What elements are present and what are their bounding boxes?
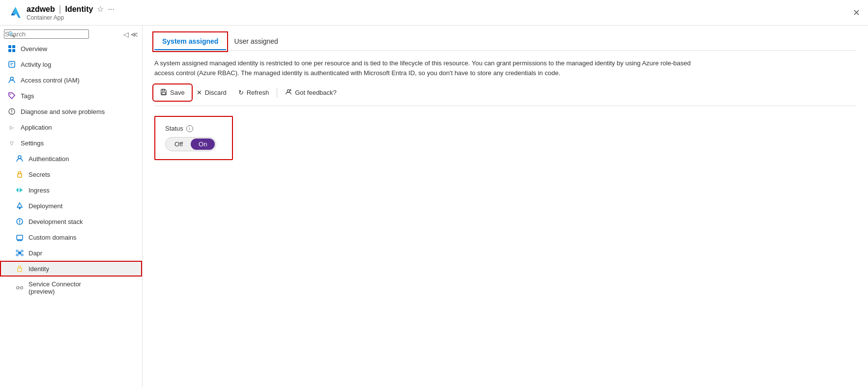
search-input[interactable] <box>4 29 89 39</box>
svg-rect-15 <box>18 174 22 177</box>
sidebar-item-diagnose[interactable]: Diagnose and solve problems <box>0 104 142 119</box>
save-icon <box>160 88 167 97</box>
overview-icon <box>8 45 16 53</box>
custom-domains-label: Custom domains <box>29 234 77 241</box>
access-control-icon <box>8 76 16 84</box>
ingress-label: Ingress <box>29 187 50 194</box>
svg-point-27 <box>16 254 18 256</box>
svg-rect-3 <box>12 45 15 48</box>
title-group: azdweb | Identity ☆ ··· Container App <box>27 4 115 21</box>
collapse-sidebar-icon[interactable]: ≪ <box>131 30 138 38</box>
svg-point-25 <box>16 250 18 252</box>
sidebar-item-dapr[interactable]: Dapr <box>0 245 142 261</box>
deployment-icon <box>16 202 24 210</box>
top-bar: azdweb | Identity ☆ ··· Container App ✕ <box>0 0 868 26</box>
sidebar-item-custom-domains[interactable]: Custom domains <box>0 229 142 245</box>
save-label: Save <box>170 89 185 96</box>
sidebar-item-activity-log[interactable]: Activity log <box>0 56 142 72</box>
authentication-label: Authentication <box>29 155 69 163</box>
custom-domains-icon <box>16 233 24 241</box>
favorite-icon[interactable]: ☆ <box>97 4 104 14</box>
svg-point-9 <box>10 77 13 80</box>
sidebar-item-service-connector[interactable]: Service Connector(preview) <box>0 276 142 299</box>
sidebar-item-application[interactable]: ▷ Application <box>0 119 142 135</box>
ingress-icon <box>16 186 24 194</box>
sidebar-item-ingress[interactable]: Ingress <box>0 182 142 198</box>
svg-point-30 <box>17 287 19 289</box>
discard-button[interactable]: ✕ Discard <box>191 86 232 99</box>
svg-rect-5 <box>12 49 15 52</box>
sidebar-item-access-control[interactable]: Access control (IAM) <box>0 72 142 88</box>
settings-label: Settings <box>21 139 44 147</box>
svg-rect-33 <box>162 89 164 91</box>
close-icon[interactable]: ✕ <box>853 7 860 18</box>
sidebar-item-identity[interactable]: Identity <box>0 261 142 276</box>
content-area: System assigned User assigned A system a… <box>143 26 868 387</box>
refresh-icon: ↻ <box>238 89 244 96</box>
deployment-label: Deployment <box>29 202 62 210</box>
svg-point-24 <box>18 251 21 254</box>
sidebar-item-settings[interactable]: ▽ Settings <box>0 135 142 151</box>
status-info-icon[interactable]: i <box>186 125 193 132</box>
toolbar: Save ✕ Discard ↻ Refresh Got feedback? <box>154 85 856 106</box>
status-toggle[interactable]: Off On <box>165 137 216 151</box>
svg-marker-1 <box>13 7 21 18</box>
more-options-icon[interactable]: ··· <box>108 5 114 14</box>
secrets-icon <box>16 170 24 178</box>
svg-rect-29 <box>18 268 22 272</box>
toggle-on-option[interactable]: On <box>191 138 215 150</box>
title-separator: | <box>59 4 61 14</box>
diagnose-label: Diagnose and solve problems <box>21 108 105 115</box>
description-text: A system assigned managed identity is re… <box>154 58 695 78</box>
dev-stack-label: Development stack <box>29 218 83 225</box>
activity-log-label: Activity log <box>21 61 51 68</box>
sidebar-item-deployment[interactable]: Deployment <box>0 198 142 214</box>
diagnose-icon <box>8 108 16 115</box>
identity-icon <box>16 265 24 273</box>
secrets-label: Secrets <box>29 171 50 178</box>
tab-user-assigned[interactable]: User assigned <box>226 33 286 50</box>
svg-point-19 <box>19 222 20 223</box>
svg-rect-4 <box>8 49 11 52</box>
svg-rect-2 <box>8 45 11 48</box>
sidebar-item-dev-stack[interactable]: Development stack <box>0 214 142 229</box>
svg-point-28 <box>21 254 23 256</box>
svg-point-13 <box>11 113 12 114</box>
tab-bar: System assigned User assigned <box>154 33 856 51</box>
dapr-label: Dapr <box>29 249 42 257</box>
app-name: azdweb <box>27 5 55 14</box>
azure-logo-icon <box>8 6 22 20</box>
resource-type-label: Container App <box>27 14 115 21</box>
search-wrapper: 🔍 <box>4 29 120 39</box>
sidebar-item-overview[interactable]: Overview <box>0 41 142 56</box>
status-text: Status <box>165 125 183 132</box>
service-connector-label: Service Connector(preview) <box>29 280 81 295</box>
svg-point-14 <box>18 156 21 159</box>
sidebar-item-authentication[interactable]: Authentication <box>0 151 142 166</box>
tab-system-assigned[interactable]: System assigned <box>154 33 226 50</box>
svg-point-26 <box>21 250 23 252</box>
save-button[interactable]: Save <box>154 85 191 100</box>
sidebar: 🔍 ◁ ≪ Overview Activity log <box>0 26 143 387</box>
svg-point-10 <box>10 94 11 95</box>
refresh-button[interactable]: ↻ Refresh <box>232 86 275 99</box>
sidebar-nav: Overview Activity log Access control (IA… <box>0 41 142 387</box>
sidebar-item-secrets[interactable]: Secrets <box>0 166 142 182</box>
discard-icon: ✕ <box>197 89 202 96</box>
toolbar-divider <box>277 88 277 98</box>
svg-rect-20 <box>17 235 23 240</box>
identity-label: Identity <box>29 265 49 273</box>
svg-point-16 <box>19 207 21 209</box>
service-connector-icon <box>16 284 24 292</box>
sidebar-item-tags[interactable]: Tags <box>0 88 142 104</box>
status-section: Status i Off On <box>154 116 233 160</box>
breadcrumb-icon[interactable]: ◁ <box>123 30 129 38</box>
feedback-button[interactable]: Got feedback? <box>279 85 343 100</box>
svg-rect-6 <box>9 61 15 67</box>
application-label: Application <box>21 124 52 131</box>
overview-label: Overview <box>21 45 47 53</box>
svg-point-35 <box>288 90 290 92</box>
page-name-title: Identity <box>65 5 93 14</box>
toggle-off-option[interactable]: Off <box>167 138 191 150</box>
authentication-icon <box>16 155 24 163</box>
